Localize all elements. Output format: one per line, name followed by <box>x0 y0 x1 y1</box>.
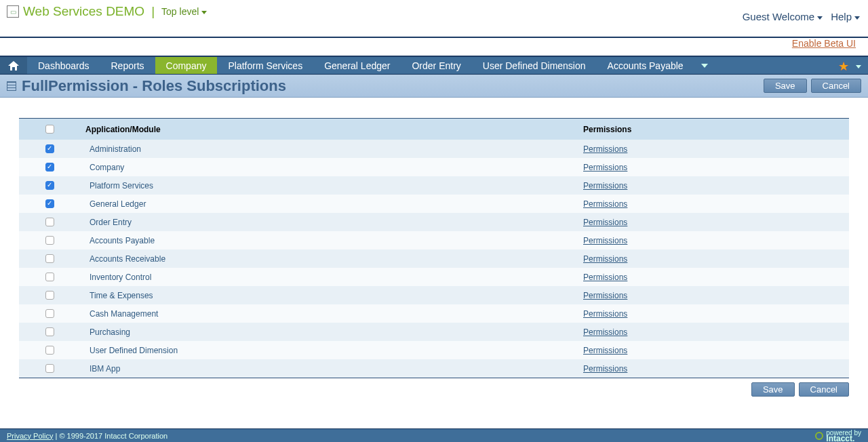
row-permissions-cell: Permissions <box>578 249 849 268</box>
permissions-link[interactable]: Permissions <box>583 218 627 227</box>
cancel-button[interactable]: Cancel <box>811 79 861 93</box>
permissions-link[interactable]: Permissions <box>583 144 627 154</box>
star-icon[interactable]: ★ <box>838 59 849 74</box>
logo-broken-image-icon: ▭ <box>7 5 19 18</box>
row-checkbox[interactable] <box>45 163 54 172</box>
table-row: CompanyPermissions <box>19 158 849 176</box>
row-checkbox-cell <box>19 195 80 213</box>
entity-level-label: Top level <box>161 6 199 17</box>
row-checkbox-cell <box>19 359 80 378</box>
permissions-link[interactable]: Permissions <box>583 346 627 355</box>
help-menu[interactable]: Help <box>831 11 860 22</box>
row-checkbox-cell <box>19 268 80 286</box>
row-checkbox[interactable] <box>45 364 54 373</box>
row-checkbox[interactable] <box>45 236 54 245</box>
row-permissions-cell: Permissions <box>578 304 849 323</box>
row-permissions-cell: Permissions <box>578 341 849 359</box>
row-permissions-cell: Permissions <box>578 286 849 304</box>
permissions-link[interactable]: Permissions <box>583 327 627 337</box>
nav-item-reports[interactable]: Reports <box>100 57 155 74</box>
nav-item-platform-services[interactable]: Platform Services <box>217 57 313 74</box>
row-checkbox[interactable] <box>45 181 54 190</box>
help-label: Help <box>831 11 852 22</box>
nav-item-user-defined-dimension[interactable]: User Defined Dimension <box>472 57 597 74</box>
permissions-link[interactable]: Permissions <box>583 199 627 209</box>
col-checkbox <box>19 119 80 140</box>
nav-item-order-entry[interactable]: Order Entry <box>401 57 471 74</box>
cancel-button-bottom[interactable]: Cancel <box>799 382 849 397</box>
page-title: FullPermission - Roles Subscriptions <box>22 77 286 95</box>
permissions-link[interactable]: Permissions <box>583 291 627 300</box>
select-all-checkbox[interactable] <box>45 125 54 134</box>
table-row: Inventory ControlPermissions <box>19 268 849 286</box>
home-icon <box>8 61 19 71</box>
row-name: User Defined Dimension <box>80 341 578 359</box>
col-perm: Permissions <box>578 119 849 140</box>
table-row: Time & ExpensesPermissions <box>19 286 849 304</box>
save-button[interactable]: Save <box>764 79 807 93</box>
row-checkbox[interactable] <box>45 309 54 318</box>
permissions-link[interactable]: Permissions <box>583 181 627 190</box>
row-name: Accounts Payable <box>80 231 578 249</box>
permissions-link[interactable]: Permissions <box>583 309 627 319</box>
row-name: Order Entry <box>80 213 578 231</box>
guest-label: Guest Welcome <box>743 11 814 22</box>
row-checkbox[interactable] <box>45 291 54 300</box>
table-row: Accounts PayablePermissions <box>19 231 849 249</box>
row-checkbox[interactable] <box>45 273 54 281</box>
row-permissions-cell: Permissions <box>578 195 849 213</box>
permissions-link[interactable]: Permissions <box>583 364 627 374</box>
footer-buttons: Save Cancel <box>19 378 849 397</box>
nav-home[interactable] <box>0 57 27 74</box>
row-checkbox-cell <box>19 286 80 304</box>
save-button-bottom[interactable]: Save <box>751 382 795 397</box>
favorites-area: ★ <box>838 57 861 76</box>
row-checkbox[interactable] <box>45 346 54 355</box>
page-header: FullPermission - Roles Subscriptions Sav… <box>0 75 868 98</box>
top-left: ▭ Web Services DEMO | Top level <box>7 4 861 19</box>
row-checkbox-cell <box>19 249 80 268</box>
nav-item-dashboards[interactable]: Dashboards <box>27 57 100 74</box>
enable-beta-link[interactable]: Enable Beta UI <box>792 38 856 49</box>
row-checkbox[interactable] <box>45 199 54 208</box>
nav-more[interactable] <box>694 57 715 74</box>
row-name: Company <box>80 158 578 176</box>
triangle-down-icon <box>701 64 708 68</box>
row-permissions-cell: Permissions <box>578 176 849 195</box>
table-row: AdministrationPermissions <box>19 140 849 158</box>
row-checkbox[interactable] <box>45 144 54 153</box>
permissions-link[interactable]: Permissions <box>583 163 627 172</box>
list-icon <box>7 81 16 91</box>
row-checkbox-cell <box>19 176 80 195</box>
brand-pipe: | <box>151 4 155 19</box>
table-row: PurchasingPermissions <box>19 323 849 341</box>
row-checkbox[interactable] <box>45 254 54 263</box>
table-row: User Defined DimensionPermissions <box>19 341 849 359</box>
permissions-link[interactable]: Permissions <box>583 254 627 264</box>
row-permissions-cell: Permissions <box>578 268 849 286</box>
table-row: Accounts ReceivablePermissions <box>19 249 849 268</box>
entity-level-dropdown[interactable]: Top level <box>161 6 207 17</box>
guest-menu[interactable]: Guest Welcome <box>743 11 823 22</box>
caret-down-icon[interactable] <box>856 65 861 68</box>
row-name: Administration <box>80 140 578 158</box>
row-permissions-cell: Permissions <box>578 359 849 378</box>
row-permissions-cell: Permissions <box>578 323 849 341</box>
table-row: Cash ManagementPermissions <box>19 304 849 323</box>
brand-title: Web Services DEMO <box>23 4 144 19</box>
permissions-link[interactable]: Permissions <box>583 273 627 282</box>
table-row: General LedgerPermissions <box>19 195 849 213</box>
permissions-link[interactable]: Permissions <box>583 236 627 245</box>
row-checkbox[interactable] <box>45 327 54 336</box>
row-checkbox-cell <box>19 213 80 231</box>
nav-item-accounts-payable[interactable]: Accounts Payable <box>597 57 694 74</box>
row-name: General Ledger <box>80 195 578 213</box>
row-name: Platform Services <box>80 176 578 195</box>
nav-item-company[interactable]: Company <box>155 57 218 74</box>
row-checkbox[interactable] <box>45 218 54 226</box>
row-name: Accounts Receivable <box>80 249 578 268</box>
row-name: IBM App <box>80 359 578 378</box>
table-row: IBM AppPermissions <box>19 359 849 378</box>
nav-item-general-ledger[interactable]: General Ledger <box>313 57 401 74</box>
top-header: ▭ Web Services DEMO | Top level Guest We… <box>0 0 868 38</box>
